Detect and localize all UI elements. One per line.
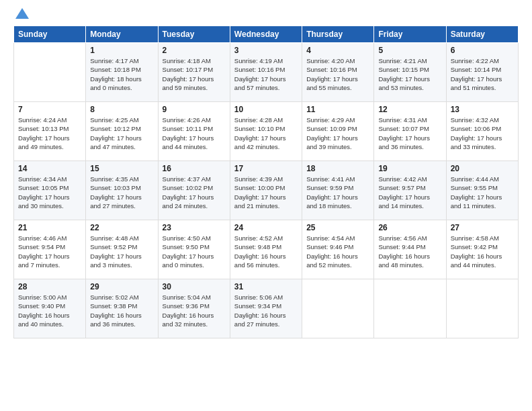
- day-info: Sunrise: 4:34 AMSunset: 10:05 PMDaylight…: [18, 175, 81, 210]
- calendar-cell: 26Sunrise: 4:56 AMSunset: 9:44 PMDayligh…: [374, 220, 446, 279]
- calendar-cell: 14Sunrise: 4:34 AMSunset: 10:05 PMDaylig…: [14, 161, 86, 220]
- day-number: 13: [451, 105, 514, 114]
- calendar-cell: 20Sunrise: 4:44 AMSunset: 9:55 PMDayligh…: [446, 161, 518, 220]
- day-number: 10: [234, 105, 298, 114]
- day-number: 26: [378, 223, 441, 232]
- calendar-header-monday: Monday: [86, 26, 158, 43]
- day-number: 29: [90, 282, 153, 291]
- calendar-header-tuesday: Tuesday: [158, 26, 230, 43]
- calendar-week-5: 28Sunrise: 5:00 AMSunset: 9:40 PMDayligh…: [14, 279, 519, 338]
- day-info: Sunrise: 4:37 AMSunset: 10:02 PMDaylight…: [163, 175, 226, 210]
- day-info: Sunrise: 4:28 AMSunset: 10:10 PMDaylight…: [234, 116, 298, 151]
- day-info: Sunrise: 5:00 AMSunset: 9:40 PMDaylight:…: [18, 293, 81, 328]
- calendar-cell: 18Sunrise: 4:41 AMSunset: 9:59 PMDayligh…: [302, 161, 374, 220]
- day-info: Sunrise: 4:44 AMSunset: 9:55 PMDaylight:…: [451, 175, 514, 210]
- day-info: Sunrise: 4:48 AMSunset: 9:52 PMDaylight:…: [90, 234, 153, 269]
- day-info: Sunrise: 4:19 AMSunset: 10:16 PMDaylight…: [234, 56, 298, 92]
- day-number: 24: [234, 223, 298, 232]
- day-info: Sunrise: 4:22 AMSunset: 10:14 PMDaylight…: [451, 56, 514, 92]
- calendar-header-row: SundayMondayTuesdayWednesdayThursdayFrid…: [14, 26, 519, 43]
- day-number: 21: [18, 223, 81, 232]
- logo: [13, 11, 29, 19]
- calendar-week-4: 21Sunrise: 4:46 AMSunset: 9:54 PMDayligh…: [14, 220, 519, 279]
- calendar-cell: 6Sunrise: 4:22 AMSunset: 10:14 PMDayligh…: [446, 43, 518, 102]
- day-number: 19: [378, 164, 441, 173]
- calendar-cell: 5Sunrise: 4:21 AMSunset: 10:15 PMDayligh…: [374, 43, 446, 102]
- day-info: Sunrise: 4:20 AMSunset: 10:16 PMDaylight…: [306, 56, 369, 92]
- day-number: 3: [234, 46, 298, 55]
- calendar-cell: 12Sunrise: 4:31 AMSunset: 10:07 PMDaylig…: [374, 102, 446, 161]
- calendar-header-saturday: Saturday: [446, 26, 518, 43]
- day-number: 27: [451, 223, 514, 232]
- calendar-week-1: 1Sunrise: 4:17 AMSunset: 10:18 PMDayligh…: [14, 43, 519, 102]
- day-number: 22: [90, 223, 153, 232]
- calendar-cell: 23Sunrise: 4:50 AMSunset: 9:50 PMDayligh…: [158, 220, 230, 279]
- calendar-cell: 17Sunrise: 4:39 AMSunset: 10:00 PMDaylig…: [230, 161, 302, 220]
- calendar-header-friday: Friday: [374, 26, 446, 43]
- day-number: 4: [306, 46, 369, 55]
- logo-icon: [15, 8, 29, 19]
- calendar-cell: 25Sunrise: 4:54 AMSunset: 9:46 PMDayligh…: [302, 220, 374, 279]
- calendar-cell: [14, 43, 86, 102]
- svg-marker-0: [15, 8, 29, 19]
- calendar-cell: 1Sunrise: 4:17 AMSunset: 10:18 PMDayligh…: [86, 43, 158, 102]
- day-number: 1: [90, 46, 153, 55]
- calendar-cell: 13Sunrise: 4:32 AMSunset: 10:06 PMDaylig…: [446, 102, 518, 161]
- calendar-cell: 11Sunrise: 4:29 AMSunset: 10:09 PMDaylig…: [302, 102, 374, 161]
- day-number: 20: [451, 164, 514, 173]
- day-number: 9: [163, 105, 226, 114]
- calendar-cell: 22Sunrise: 4:48 AMSunset: 9:52 PMDayligh…: [86, 220, 158, 279]
- calendar-week-2: 7Sunrise: 4:24 AMSunset: 10:13 PMDayligh…: [14, 102, 519, 161]
- day-number: 30: [163, 282, 226, 291]
- calendar-cell: 28Sunrise: 5:00 AMSunset: 9:40 PMDayligh…: [14, 279, 86, 338]
- calendar-cell: 15Sunrise: 4:35 AMSunset: 10:03 PMDaylig…: [86, 161, 158, 220]
- day-info: Sunrise: 5:02 AMSunset: 9:38 PMDaylight:…: [90, 293, 153, 328]
- day-info: Sunrise: 5:06 AMSunset: 9:34 PMDaylight:…: [234, 293, 298, 328]
- calendar-cell: 30Sunrise: 5:04 AMSunset: 9:36 PMDayligh…: [158, 279, 230, 338]
- day-number: 7: [18, 105, 81, 114]
- calendar-cell: [374, 279, 446, 338]
- calendar-cell: [302, 279, 374, 338]
- calendar-cell: 8Sunrise: 4:25 AMSunset: 10:12 PMDayligh…: [86, 102, 158, 161]
- day-number: 14: [18, 164, 81, 173]
- day-info: Sunrise: 4:41 AMSunset: 9:59 PMDaylight:…: [306, 175, 369, 210]
- calendar-cell: 9Sunrise: 4:26 AMSunset: 10:11 PMDayligh…: [158, 102, 230, 161]
- calendar-week-3: 14Sunrise: 4:34 AMSunset: 10:05 PMDaylig…: [14, 161, 519, 220]
- day-info: Sunrise: 4:35 AMSunset: 10:03 PMDaylight…: [90, 175, 153, 210]
- calendar-cell: [446, 279, 518, 338]
- page: SundayMondayTuesdayWednesdayThursdayFrid…: [0, 0, 532, 345]
- calendar-cell: 10Sunrise: 4:28 AMSunset: 10:10 PMDaylig…: [230, 102, 302, 161]
- day-info: Sunrise: 4:29 AMSunset: 10:09 PMDaylight…: [306, 116, 369, 151]
- day-number: 16: [163, 164, 226, 173]
- day-number: 25: [306, 223, 369, 232]
- calendar-cell: 7Sunrise: 4:24 AMSunset: 10:13 PMDayligh…: [14, 102, 86, 161]
- day-info: Sunrise: 4:21 AMSunset: 10:15 PMDaylight…: [378, 56, 441, 92]
- day-number: 28: [18, 282, 81, 291]
- calendar-cell: 16Sunrise: 4:37 AMSunset: 10:02 PMDaylig…: [158, 161, 230, 220]
- calendar-cell: 29Sunrise: 5:02 AMSunset: 9:38 PMDayligh…: [86, 279, 158, 338]
- day-info: Sunrise: 4:39 AMSunset: 10:00 PMDaylight…: [234, 175, 298, 210]
- day-number: 17: [234, 164, 298, 173]
- calendar-cell: 21Sunrise: 4:46 AMSunset: 9:54 PMDayligh…: [14, 220, 86, 279]
- calendar-cell: 19Sunrise: 4:42 AMSunset: 9:57 PMDayligh…: [374, 161, 446, 220]
- calendar-cell: 27Sunrise: 4:58 AMSunset: 9:42 PMDayligh…: [446, 220, 518, 279]
- calendar-header-thursday: Thursday: [302, 26, 374, 43]
- day-info: Sunrise: 4:42 AMSunset: 9:57 PMDaylight:…: [378, 175, 441, 210]
- day-number: 15: [90, 164, 153, 173]
- calendar-header-sunday: Sunday: [14, 26, 86, 43]
- day-number: 31: [234, 282, 298, 291]
- day-info: Sunrise: 4:56 AMSunset: 9:44 PMDaylight:…: [378, 234, 441, 269]
- day-number: 8: [90, 105, 153, 114]
- day-info: Sunrise: 5:04 AMSunset: 9:36 PMDaylight:…: [163, 293, 226, 328]
- day-number: 5: [378, 46, 441, 55]
- day-info: Sunrise: 4:52 AMSunset: 9:48 PMDaylight:…: [234, 234, 298, 269]
- day-info: Sunrise: 4:32 AMSunset: 10:06 PMDaylight…: [451, 116, 514, 151]
- day-info: Sunrise: 4:31 AMSunset: 10:07 PMDaylight…: [378, 116, 441, 151]
- calendar-header-wednesday: Wednesday: [230, 26, 302, 43]
- day-info: Sunrise: 4:46 AMSunset: 9:54 PMDaylight:…: [18, 234, 81, 269]
- day-number: 23: [163, 223, 226, 232]
- calendar-cell: 24Sunrise: 4:52 AMSunset: 9:48 PMDayligh…: [230, 220, 302, 279]
- calendar-cell: 2Sunrise: 4:18 AMSunset: 10:17 PMDayligh…: [158, 43, 230, 102]
- header: [13, 11, 519, 19]
- day-info: Sunrise: 4:26 AMSunset: 10:11 PMDaylight…: [163, 116, 226, 151]
